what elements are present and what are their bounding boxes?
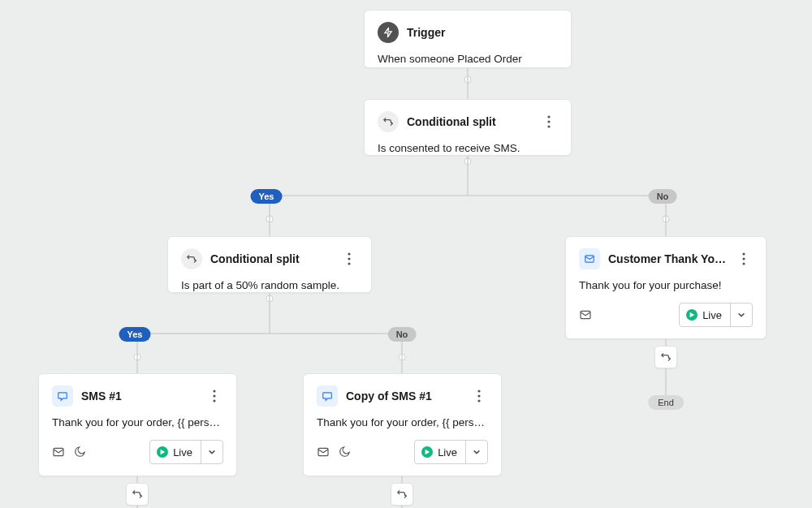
sms2-title: Copy of SMS #1	[346, 390, 462, 403]
add-step-button[interactable]	[654, 346, 677, 368]
status-dot-icon	[686, 309, 698, 321]
conditional-split-node-1[interactable]: Conditional split Is consented to receiv…	[364, 99, 572, 156]
channel-icons	[317, 446, 351, 458]
chevron-down-icon	[201, 448, 222, 456]
end-label: End	[648, 395, 684, 410]
svg-point-6	[399, 354, 405, 360]
svg-point-13	[348, 252, 350, 255]
more-button[interactable]	[470, 387, 488, 405]
svg-point-21	[477, 390, 480, 392]
svg-point-29	[742, 262, 745, 265]
split2-desc: Is part of a 50% random sample.	[181, 279, 358, 291]
sms-icon	[52, 385, 73, 407]
svg-point-15	[348, 262, 350, 265]
chevron-down-icon	[466, 448, 487, 456]
status-dot-icon	[157, 446, 168, 458]
no-label: No	[388, 327, 417, 342]
email-node[interactable]: Customer Thank You: Email... Thank you f…	[565, 236, 767, 339]
svg-point-11	[547, 120, 550, 123]
svg-point-22	[477, 394, 480, 397]
sms1-title: SMS #1	[81, 390, 197, 403]
add-step-button[interactable]	[391, 483, 413, 506]
channel-icons	[579, 308, 592, 321]
yes-label: Yes	[119, 327, 151, 342]
svg-point-14	[348, 257, 350, 260]
svg-point-23	[477, 399, 480, 402]
sms1-desc: Thank you for your order, {{ person|look…	[52, 416, 223, 428]
more-button[interactable]	[340, 250, 358, 268]
svg-point-4	[266, 295, 273, 302]
channel-icons	[52, 446, 86, 458]
svg-marker-20	[161, 450, 166, 454]
envelope-icon	[579, 308, 592, 321]
moon-icon	[73, 446, 86, 458]
sms-node-2[interactable]: Copy of SMS #1 Thank you for your order,…	[303, 373, 502, 476]
sms2-desc: Thank you for your order, {{ person|look…	[317, 416, 488, 428]
conditional-split-node-2[interactable]: Conditional split Is part of a 50% rando…	[167, 236, 372, 293]
status-dot-icon	[421, 446, 433, 458]
mail-icon	[579, 248, 600, 269]
trigger-node[interactable]: Trigger When someone Placed Order	[364, 10, 572, 68]
split-icon	[378, 111, 399, 132]
email-desc: Thank you for your purchase!	[579, 279, 753, 291]
status-label: Live	[438, 446, 457, 458]
more-button[interactable]	[540, 113, 558, 131]
svg-point-16	[213, 390, 215, 392]
no-label: No	[649, 189, 677, 204]
status-label: Live	[173, 446, 192, 458]
status-dropdown[interactable]: Live	[679, 303, 753, 327]
status-dropdown[interactable]: Live	[414, 440, 488, 464]
moon-icon	[338, 446, 351, 458]
status-dropdown[interactable]: Live	[149, 440, 223, 464]
sms-icon	[317, 385, 338, 407]
svg-marker-31	[690, 312, 695, 317]
trigger-desc: When someone Placed Order	[378, 53, 558, 65]
svg-point-12	[547, 125, 550, 127]
flow-canvas[interactable]: Trigger When someone Placed Order Condit…	[0, 0, 812, 508]
svg-point-3	[663, 216, 669, 222]
svg-point-1	[464, 158, 471, 165]
svg-marker-25	[425, 450, 430, 454]
trigger-title: Trigger	[407, 26, 558, 39]
sms-node-1[interactable]: SMS #1 Thank you for your order, {{ pers…	[38, 373, 237, 476]
lightning-icon	[378, 22, 399, 43]
svg-point-27	[742, 252, 745, 255]
envelope-icon	[52, 446, 65, 458]
chevron-down-icon	[731, 311, 752, 319]
more-button[interactable]	[735, 250, 753, 268]
svg-point-28	[742, 257, 745, 260]
svg-point-18	[213, 399, 215, 402]
add-step-button[interactable]	[126, 483, 149, 506]
split1-desc: Is consented to receive SMS.	[378, 142, 558, 154]
more-button[interactable]	[205, 387, 223, 405]
split-icon	[181, 248, 202, 269]
svg-point-2	[266, 216, 273, 222]
envelope-icon	[317, 446, 330, 458]
email-title: Customer Thank You: Email...	[608, 252, 727, 265]
split1-title: Conditional split	[407, 115, 532, 128]
svg-point-0	[464, 76, 471, 83]
status-label: Live	[702, 309, 722, 321]
svg-point-10	[547, 115, 550, 118]
split2-title: Conditional split	[210, 252, 332, 265]
yes-label: Yes	[251, 189, 283, 204]
svg-point-17	[213, 394, 215, 397]
svg-point-5	[134, 354, 140, 360]
